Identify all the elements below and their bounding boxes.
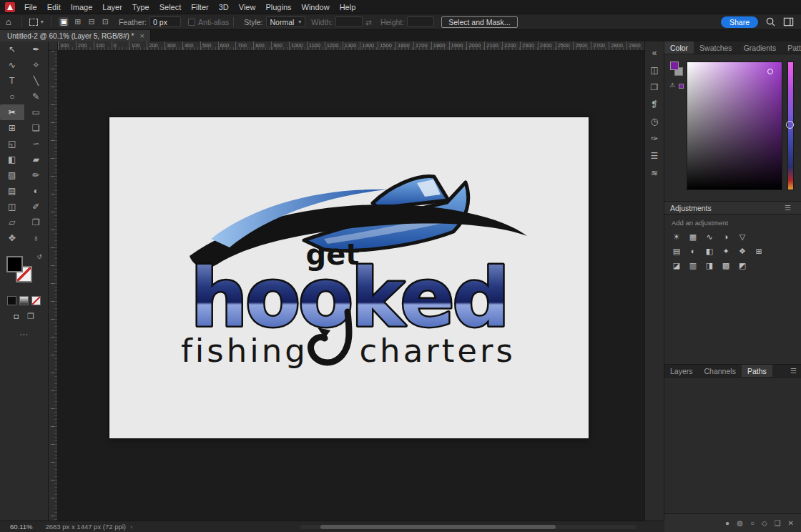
paths-panel-body[interactable] bbox=[664, 378, 801, 513]
hue-slider-marker[interactable] bbox=[786, 121, 794, 129]
move-tool[interactable]: ↖ bbox=[0, 41, 24, 57]
tool-preset-dropdown[interactable]: ▾ bbox=[26, 19, 46, 26]
new-path-button[interactable]: ❑ bbox=[775, 519, 781, 527]
load-path-selection-button[interactable]: ○ bbox=[750, 519, 755, 527]
exposure-icon[interactable]: ◑ bbox=[721, 232, 731, 242]
scrollbar-thumb[interactable] bbox=[320, 525, 556, 529]
menu-item[interactable]: Window bbox=[297, 3, 335, 11]
selective-color-icon[interactable]: ◩ bbox=[737, 261, 747, 270]
menu-item[interactable]: Select bbox=[154, 3, 187, 11]
clone-stamp-tool[interactable]: ❏ bbox=[24, 120, 49, 136]
notes-tool[interactable]: ▱ bbox=[0, 215, 24, 230]
gradient-fill-chip[interactable] bbox=[19, 296, 29, 305]
invert-icon[interactable]: ◪ bbox=[672, 261, 682, 270]
close-tab-icon[interactable]: × bbox=[139, 31, 144, 40]
gradient-tool[interactable]: ▨ bbox=[0, 167, 24, 183]
dodge-tool[interactable]: ◐ bbox=[24, 183, 49, 199]
share-button[interactable]: Share bbox=[721, 16, 758, 28]
slice-tool[interactable]: ✂ bbox=[0, 104, 24, 120]
intersect-selection-icon[interactable]: ⊡ bbox=[101, 17, 110, 26]
eyedropper-tool[interactable]: ✐ bbox=[24, 199, 49, 215]
mask-from-path-button[interactable]: ◇ bbox=[762, 519, 767, 527]
direct-selection-tool[interactable]: ✒ bbox=[24, 41, 49, 57]
feather-input[interactable]: 0 px bbox=[149, 16, 181, 27]
style-select[interactable]: Normal ▾ bbox=[266, 16, 306, 27]
tab-channels[interactable]: Channels bbox=[699, 365, 742, 377]
artboard[interactable]: get hooked fishing charters bbox=[109, 117, 589, 438]
swap-colors-icon[interactable]: ↺ bbox=[36, 253, 42, 260]
tab-swatches[interactable]: Swatches bbox=[694, 41, 738, 54]
brightness-contrast-icon[interactable]: ☀ bbox=[672, 232, 682, 242]
crop-tool[interactable]: ⊞ bbox=[0, 120, 24, 136]
menu-item[interactable]: Type bbox=[127, 3, 154, 11]
menu-item[interactable]: Edit bbox=[42, 3, 66, 11]
hue-saturation-icon[interactable]: ▤ bbox=[672, 247, 682, 256]
stroke-path-button[interactable]: ◍ bbox=[737, 519, 743, 527]
menu-item[interactable]: File bbox=[19, 3, 42, 11]
zoom-tool[interactable]: ♁ bbox=[24, 230, 49, 246]
libraries-panel-icon[interactable]: ❒ bbox=[645, 79, 664, 96]
screen-mode-icon[interactable]: ❐ bbox=[27, 312, 34, 321]
vibrance-icon[interactable]: ▽ bbox=[737, 232, 747, 242]
menu-item[interactable]: Plugins bbox=[260, 3, 296, 11]
horizontal-scrollbar[interactable] bbox=[300, 525, 637, 529]
menu-item[interactable]: Layer bbox=[97, 3, 127, 11]
menu-item[interactable]: Help bbox=[335, 3, 361, 11]
lasso-tool[interactable]: ∿ bbox=[0, 57, 24, 73]
histogram-tool[interactable]: ◫ bbox=[0, 199, 24, 215]
search-icon[interactable] bbox=[765, 16, 776, 27]
menu-item[interactable]: Filter bbox=[186, 3, 213, 11]
panel-menu-icon[interactable]: ☰ bbox=[780, 204, 795, 212]
subtract-from-selection-icon[interactable]: ⊟ bbox=[87, 17, 97, 26]
hand-tool[interactable]: ✥ bbox=[0, 230, 24, 246]
comments-panel-icon[interactable]: ❡ bbox=[645, 96, 664, 113]
paint-bucket-tool[interactable]: ◧ bbox=[0, 152, 24, 167]
home-icon[interactable]: ⌂ bbox=[0, 16, 17, 27]
line-tool[interactable]: ╲ bbox=[24, 73, 49, 89]
brush-tool[interactable]: ✎ bbox=[24, 89, 49, 104]
panel-foreground-swatch[interactable] bbox=[670, 61, 679, 70]
collapse-panels-icon[interactable]: « bbox=[645, 44, 664, 61]
gamut-color-chip[interactable] bbox=[679, 84, 684, 89]
adobe-logo[interactable] bbox=[5, 2, 15, 12]
width-input[interactable] bbox=[335, 16, 363, 27]
artboard-tool[interactable]: ❐ bbox=[24, 215, 49, 230]
delete-path-button[interactable]: ✕ bbox=[788, 519, 794, 527]
saturation-brightness-picker[interactable] bbox=[687, 61, 782, 190]
posterize-icon[interactable]: ▥ bbox=[688, 261, 698, 270]
transform-tool[interactable]: ◱ bbox=[0, 136, 24, 152]
panel-menu-icon[interactable]: ☰ bbox=[786, 367, 801, 375]
levels-icon[interactable]: ▦ bbox=[688, 232, 698, 242]
zoom-level[interactable]: 60.11% bbox=[10, 523, 33, 531]
threshold-icon[interactable]: ◨ bbox=[704, 261, 714, 270]
new-selection-icon[interactable]: ▣ bbox=[59, 17, 69, 26]
smudge-tool[interactable]: ∽ bbox=[24, 136, 49, 152]
elliptical-marquee-tool[interactable]: ○ bbox=[0, 89, 24, 104]
foreground-color-swatch[interactable] bbox=[6, 256, 23, 272]
menu-item[interactable]: 3D bbox=[214, 3, 234, 11]
history-panel-icon[interactable]: ◷ bbox=[645, 113, 664, 130]
gamut-warning-icon[interactable]: ⚠ bbox=[669, 82, 675, 89]
pattern-stamp-tool[interactable]: ▤ bbox=[0, 183, 24, 199]
document-tab[interactable]: Untitled-2 @ 60.1% (Layer 5, RGB/8#) * × bbox=[0, 30, 151, 41]
color-picker-marker[interactable] bbox=[767, 69, 773, 74]
eraser-tool[interactable]: ▰ bbox=[24, 152, 49, 167]
tab-patterns[interactable]: Patterns bbox=[782, 41, 801, 54]
tab-color[interactable]: Color bbox=[664, 41, 694, 54]
gradient-map-icon[interactable]: ▩ bbox=[721, 261, 731, 270]
info-panel-icon[interactable]: ◫ bbox=[645, 61, 664, 79]
black-and-white-icon[interactable]: ◧ bbox=[704, 247, 714, 256]
curves-icon[interactable]: ∿ bbox=[704, 232, 714, 242]
pencil-tool[interactable]: ✏ bbox=[24, 167, 49, 183]
brush-settings-panel-icon[interactable]: ✑ bbox=[645, 130, 664, 147]
edit-toolbar-icon[interactable]: ⋯ bbox=[0, 330, 48, 340]
color-balance-icon[interactable]: ◐ bbox=[688, 247, 698, 256]
tab-layers[interactable]: Layers bbox=[664, 365, 699, 377]
tab-gradients[interactable]: Gradients bbox=[738, 41, 782, 54]
channel-mixer-icon[interactable]: ❖ bbox=[737, 247, 747, 256]
hue-slider[interactable] bbox=[787, 61, 794, 190]
add-to-selection-icon[interactable]: ⊞ bbox=[73, 17, 82, 26]
type-tool[interactable]: T bbox=[0, 73, 24, 89]
no-fill-chip[interactable] bbox=[31, 296, 41, 305]
color-lookup-icon[interactable]: ⊞ bbox=[754, 247, 764, 256]
